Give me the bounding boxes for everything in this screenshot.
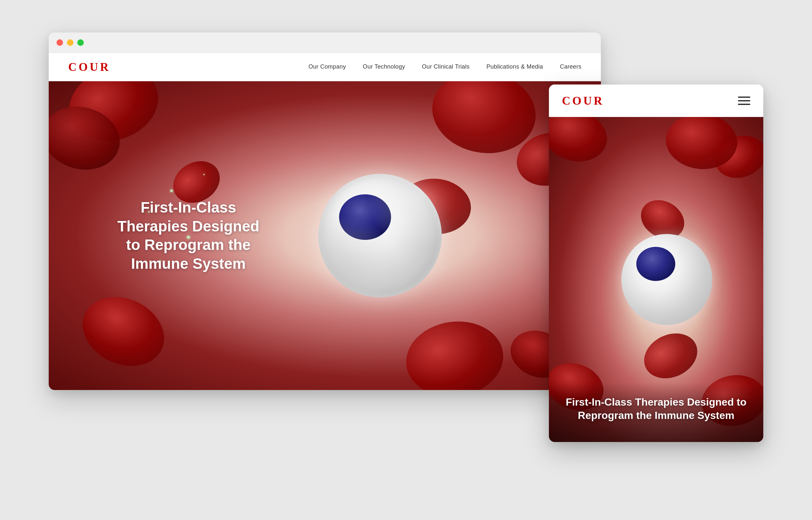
desktop-nav: COUR Our Company Our Technology Our Clin… <box>49 53 601 81</box>
browser-content: COUR Our Company Our Technology Our Clin… <box>49 53 601 390</box>
desktop-logo[interactable]: COUR <box>68 60 110 74</box>
hero-title: First-In-Class Therapies Designed to Rep… <box>114 198 263 273</box>
mobile-hero-text-overlay: First-In-Class Therapies Designed to Rep… <box>549 383 763 442</box>
blood-cell <box>549 117 613 168</box>
nav-item-clinical-trials[interactable]: Our Clinical Trials <box>422 63 470 70</box>
nav-item-our-technology[interactable]: Our Technology <box>363 63 405 70</box>
mobile-cell-nucleus <box>636 247 675 281</box>
blood-cell <box>637 325 704 387</box>
nav-item-our-company[interactable]: Our Company <box>309 63 346 70</box>
sparkle-particle <box>170 189 173 192</box>
desktop-browser: COUR Our Company Our Technology Our Clin… <box>49 32 601 390</box>
white-blood-cell <box>318 174 442 297</box>
mobile-hero-background: First-In-Class Therapies Designed to Rep… <box>549 117 763 442</box>
nav-links: Our Company Our Technology Our Clinical … <box>309 63 581 70</box>
hamburger-line <box>738 97 750 98</box>
blood-cell <box>72 284 175 379</box>
sparkle-particle <box>203 174 205 175</box>
nav-item-publications-media[interactable]: Publications & Media <box>486 63 543 70</box>
scene: COUR Our Company Our Technology Our Clin… <box>49 32 763 488</box>
cell-texture <box>318 174 442 297</box>
desktop-hero: First-In-Class Therapies Designed to Rep… <box>49 81 601 390</box>
traffic-lights <box>57 39 84 46</box>
mobile-hero-title: First-In-Class Therapies Designed to Rep… <box>562 395 750 422</box>
mobile-hero: First-In-Class Therapies Designed to Rep… <box>549 117 763 442</box>
hamburger-menu[interactable] <box>738 97 750 105</box>
hero-background: First-In-Class Therapies Designed to Rep… <box>49 81 601 390</box>
mobile-white-blood-cell <box>621 234 712 325</box>
browser-titlebar <box>49 32 601 53</box>
close-button[interactable] <box>57 39 63 46</box>
minimize-button[interactable] <box>67 39 74 46</box>
nav-item-careers[interactable]: Careers <box>560 63 581 70</box>
hamburger-line <box>738 100 750 101</box>
mobile-browser: COUR <box>549 84 763 442</box>
hero-text-overlay: First-In-Class Therapies Designed to Rep… <box>114 198 263 273</box>
hamburger-line <box>738 104 750 105</box>
maximize-button[interactable] <box>77 39 84 46</box>
blood-cell <box>401 315 508 390</box>
mobile-nav: COUR <box>549 84 763 117</box>
mobile-logo[interactable]: COUR <box>562 94 738 108</box>
